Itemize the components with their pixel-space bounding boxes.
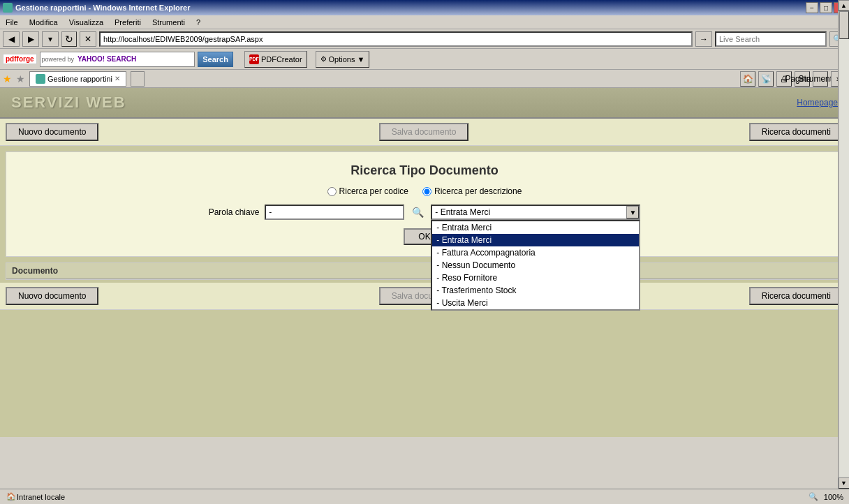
options-label: Options	[329, 55, 355, 64]
add-favorite-icon[interactable]: ★	[16, 73, 25, 84]
dropdown-item-6[interactable]: - Uscita Merci	[432, 297, 639, 309]
yahoo-search-input[interactable]	[138, 52, 194, 66]
dropdown-item-2[interactable]: - Fattura Accompagnatoria	[432, 246, 639, 259]
scroll-up-button[interactable]: ▲	[839, 0, 850, 11]
maximize-button[interactable]: □	[820, 2, 832, 13]
live-search-input[interactable]	[715, 31, 827, 47]
address-bar: ◀ ▶ ▾ ↻ ✕ → 🔍	[0, 29, 849, 49]
vertical-scrollbar: ▲ ▼	[838, 0, 849, 437]
radio-codice-label[interactable]: Ricerca per codice	[327, 186, 408, 196]
radio-row: Ricerca per codice Ricerca per descrizio…	[17, 186, 832, 196]
nuovo-documento-button-bottom[interactable]: Nuovo documento	[6, 287, 98, 305]
radio-descrizione-label[interactable]: Ricerca per descrizione	[422, 186, 522, 196]
ricerca-documenti-button-bottom[interactable]: Ricerca documenti	[749, 287, 843, 305]
bottom-button-bar: Nuovo documento Salva documento Ricerca …	[0, 283, 849, 310]
keyword-search-icon-button[interactable]: 🔍	[410, 205, 425, 220]
title-bar: Gestione rapportini - Windows Internet E…	[0, 0, 849, 15]
back-button[interactable]: ◀	[3, 31, 20, 47]
pdf-creator-label: PDFCreator	[261, 55, 302, 64]
search-form: Ricerca Tipo Documento Ricerca per codic…	[6, 151, 843, 257]
pdfforge-logo: pdfforge	[3, 54, 37, 64]
ok-row: OK	[17, 228, 832, 245]
dropdown-item-3[interactable]: - Nessun Documento	[432, 259, 639, 272]
menu-strumenti[interactable]: Strumenti	[149, 17, 188, 28]
go-button[interactable]: →	[695, 31, 712, 47]
new-tab-button[interactable]	[131, 71, 145, 87]
dropdown-list: - Entrata Merci - Entrata Merci - Fattur…	[431, 220, 640, 311]
tab-icon	[36, 74, 45, 84]
dropdown-item-0[interactable]: - Entrata Merci	[432, 221, 639, 234]
table-col-documento: Documento	[12, 266, 152, 276]
options-button[interactable]: ⚙ Options ▼	[316, 51, 370, 68]
scroll-track[interactable]	[839, 11, 849, 437]
rss-icon[interactable]: 📡	[758, 71, 774, 87]
forward-button[interactable]: ▶	[22, 31, 39, 47]
menu-bar: File Modifica Visualizza Preferiti Strum…	[0, 15, 849, 29]
options-icon: ⚙	[320, 55, 327, 63]
ie-icon	[3, 3, 13, 13]
tools-label: Strumenti	[798, 74, 834, 84]
stop-button[interactable]: ✕	[80, 31, 96, 47]
keyword-input[interactable]	[265, 205, 404, 220]
keyword-row: Parola chiave 🔍 - Entrata Merci ▼ - Entr…	[17, 205, 832, 220]
homepage-link[interactable]: Homepage	[797, 98, 838, 108]
home-icon[interactable]: 🏠	[740, 71, 755, 87]
tab-close-icon[interactable]: ✕	[115, 75, 120, 82]
tools-button[interactable]: Strumenti ▼	[813, 71, 828, 87]
favorites-star-icon[interactable]: ★	[3, 73, 12, 84]
address-input[interactable]	[99, 31, 693, 47]
powered-by-label: powered by	[40, 56, 76, 63]
radio-codice[interactable]	[327, 187, 337, 196]
menu-visualizza[interactable]: Visualizza	[66, 17, 106, 28]
keyword-label: Parola chiave	[209, 207, 260, 217]
tab-label: Gestione rapportini	[47, 75, 112, 83]
salva-documento-button-top[interactable]: Salva documento	[379, 123, 469, 141]
minimize-button[interactable]: −	[806, 2, 818, 13]
favorites-bar: ★ ★ Gestione rapportini ✕ 🏠 📡 🖨 Pagina ▼…	[0, 70, 849, 88]
toolbar: pdfforge powered by YAHOO! SEARCH Search…	[0, 49, 849, 70]
main-content: SERVIZI WEB Homepage Nuovo documento Sal…	[0, 88, 849, 437]
table-header-row: Documento	[6, 263, 843, 279]
menu-preferiti[interactable]: Preferiti	[112, 17, 144, 28]
menu-modifica[interactable]: Modifica	[27, 17, 61, 28]
yahoo-search-button[interactable]: Search	[198, 52, 233, 67]
ricerca-documenti-button-top[interactable]: Ricerca documenti	[749, 123, 843, 141]
page-title: SERVIZI WEB	[11, 94, 126, 112]
page-header: SERVIZI WEB Homepage	[0, 88, 849, 119]
dropdown-item-1[interactable]: - Entrata Merci	[432, 234, 639, 246]
browser-tab[interactable]: Gestione rapportini ✕	[29, 71, 126, 87]
dropdown-arrow-button[interactable]: ▾	[42, 31, 59, 47]
menu-file[interactable]: File	[3, 17, 21, 28]
refresh-button[interactable]: ↻	[61, 31, 77, 47]
dropdown-item-5[interactable]: - Trasferimento Stock	[432, 284, 639, 297]
yahoo-logo: YAHOO! SEARCH	[75, 55, 138, 63]
window-title: Gestione rapportini - Windows Internet E…	[15, 3, 190, 12]
top-button-bar: Nuovo documento Salva documento Ricerca …	[0, 119, 849, 146]
form-title: Ricerca Tipo Documento	[17, 163, 832, 178]
pdf-icon: PDF	[249, 54, 259, 64]
scroll-thumb[interactable]	[839, 11, 849, 39]
yahoo-search-bar: powered by YAHOO! SEARCH	[40, 52, 195, 67]
dropdown-container: - Entrata Merci ▼ - Entrata Merci - Entr…	[431, 205, 640, 220]
dropdown-item-4[interactable]: - Reso Fornitore	[432, 272, 639, 284]
results-table: Documento	[6, 262, 843, 280]
menu-help[interactable]: ?	[193, 17, 203, 28]
radio-descrizione[interactable]	[422, 187, 431, 196]
dropdown-display[interactable]: - Entrata Merci	[431, 205, 640, 220]
pdf-creator-button[interactable]: PDF PDFCreator	[244, 51, 307, 68]
options-arrow-icon: ▼	[357, 55, 364, 64]
nuovo-documento-button-top[interactable]: Nuovo documento	[6, 123, 98, 141]
